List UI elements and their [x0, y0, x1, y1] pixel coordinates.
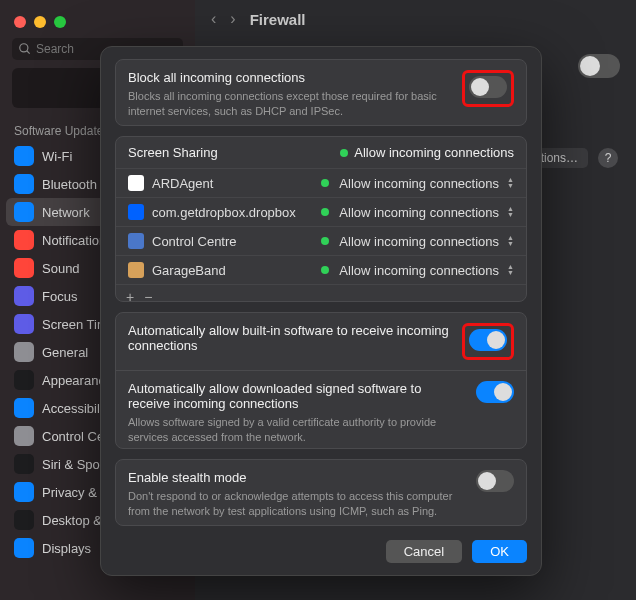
close-window-icon[interactable]: [14, 16, 26, 28]
sidebar-icon: [14, 510, 34, 530]
app-row[interactable]: GarageBandAllow incoming connections▲▼: [116, 255, 526, 284]
block-all-title: Block all incoming connections: [128, 70, 452, 85]
sidebar-icon: [14, 538, 34, 558]
sidebar-icon: [14, 398, 34, 418]
stealth-toggle[interactable]: [476, 470, 514, 492]
app-status[interactable]: Allow incoming connections▲▼: [321, 234, 514, 249]
back-button[interactable]: ‹: [211, 10, 216, 28]
stepper-icon[interactable]: ▲▼: [507, 177, 514, 189]
app-name: ARDAgent: [152, 176, 313, 191]
stealth-desc: Don't respond to or acknowledge attempts…: [128, 489, 466, 519]
sidebar-icon: [14, 146, 34, 166]
highlight-ring: [462, 70, 514, 107]
block-all-toggle[interactable]: [469, 76, 507, 98]
status-dot-icon: [340, 149, 348, 157]
auto-signed-toggle[interactable]: [476, 381, 514, 403]
firewall-master-toggle[interactable]: [578, 54, 620, 78]
help-button[interactable]: ?: [598, 148, 618, 168]
auto-signed-title: Automatically allow downloaded signed so…: [128, 381, 466, 411]
sidebar-item-label: Sound: [42, 261, 80, 276]
app-icon: [128, 175, 144, 191]
status-dot-icon: [321, 179, 329, 187]
sidebar-icon: [14, 454, 34, 474]
app-row[interactable]: Control CentreAllow incoming connections…: [116, 226, 526, 255]
forward-button[interactable]: ›: [230, 10, 235, 28]
app-name: com.getdropbox.dropbox: [152, 205, 313, 220]
stepper-icon[interactable]: ▲▼: [507, 264, 514, 276]
header: ‹ › Firewall: [195, 0, 636, 38]
apps-panel: Screen Sharing Allow incoming connection…: [115, 136, 527, 302]
sidebar-icon: [14, 370, 34, 390]
app-icon: [128, 233, 144, 249]
app-icon: [128, 262, 144, 278]
sidebar-item-label: Displays: [42, 541, 91, 556]
sidebar-item-label: Focus: [42, 289, 77, 304]
sidebar-icon: [14, 286, 34, 306]
sidebar-icon: [14, 202, 34, 222]
sidebar-item-label: Bluetooth: [42, 177, 97, 192]
status-dot-icon: [321, 208, 329, 216]
sidebar-item-label: Wi-Fi: [42, 149, 72, 164]
zoom-window-icon[interactable]: [54, 16, 66, 28]
stepper-icon[interactable]: ▲▼: [507, 235, 514, 247]
status-dot-icon: [321, 237, 329, 245]
add-app-button[interactable]: +: [126, 289, 134, 302]
remove-app-button[interactable]: −: [144, 289, 152, 302]
block-all-panel: Block all incoming connections Blocks al…: [115, 59, 527, 126]
sheet-footer: Cancel OK: [115, 536, 527, 563]
sidebar-icon: [14, 426, 34, 446]
sidebar-item-label: General: [42, 345, 88, 360]
highlight-ring-2: [462, 323, 514, 360]
stepper-icon[interactable]: ▲▼: [507, 206, 514, 218]
cancel-button[interactable]: Cancel: [386, 540, 462, 563]
screen-sharing-label: Screen Sharing: [128, 145, 218, 160]
bg-controls: Options… ?: [578, 54, 620, 78]
status-dot-icon: [321, 266, 329, 274]
app-icon: [128, 204, 144, 220]
page-title: Firewall: [250, 11, 306, 28]
sidebar-item-label: Network: [42, 205, 90, 220]
app-row[interactable]: com.getdropbox.dropboxAllow incoming con…: [116, 197, 526, 226]
app-status[interactable]: Allow incoming connections▲▼: [321, 205, 514, 220]
traffic-lights: [0, 10, 195, 38]
screen-sharing-status: Allow incoming connections: [340, 145, 514, 160]
app-status[interactable]: Allow incoming connections▲▼: [321, 176, 514, 191]
app-status[interactable]: Allow incoming connections▲▼: [321, 263, 514, 278]
sidebar-icon: [14, 258, 34, 278]
sidebar-icon: [14, 174, 34, 194]
app-row[interactable]: ARDAgentAllow incoming connections▲▼: [116, 168, 526, 197]
stealth-title: Enable stealth mode: [128, 470, 466, 485]
search-icon: [18, 42, 32, 56]
stealth-panel: Enable stealth mode Don't respond to or …: [115, 459, 527, 526]
app-name: Control Centre: [152, 234, 313, 249]
firewall-options-sheet: Block all incoming connections Blocks al…: [100, 46, 542, 576]
auto-signed-desc: Allows software signed by a valid certif…: [128, 415, 466, 445]
sidebar-icon: [14, 314, 34, 334]
svg-point-0: [20, 44, 28, 52]
block-all-desc: Blocks all incoming connections except t…: [128, 89, 452, 119]
ok-button[interactable]: OK: [472, 540, 527, 563]
auto-allow-panel: Automatically allow built-in software to…: [115, 312, 527, 449]
sidebar-icon: [14, 482, 34, 502]
app-name: GarageBand: [152, 263, 313, 278]
sidebar-icon: [14, 230, 34, 250]
auto-builtin-title: Automatically allow built-in software to…: [128, 323, 452, 353]
sidebar-icon: [14, 342, 34, 362]
auto-builtin-toggle[interactable]: [469, 329, 507, 351]
svg-line-1: [27, 51, 30, 54]
minimize-window-icon[interactable]: [34, 16, 46, 28]
